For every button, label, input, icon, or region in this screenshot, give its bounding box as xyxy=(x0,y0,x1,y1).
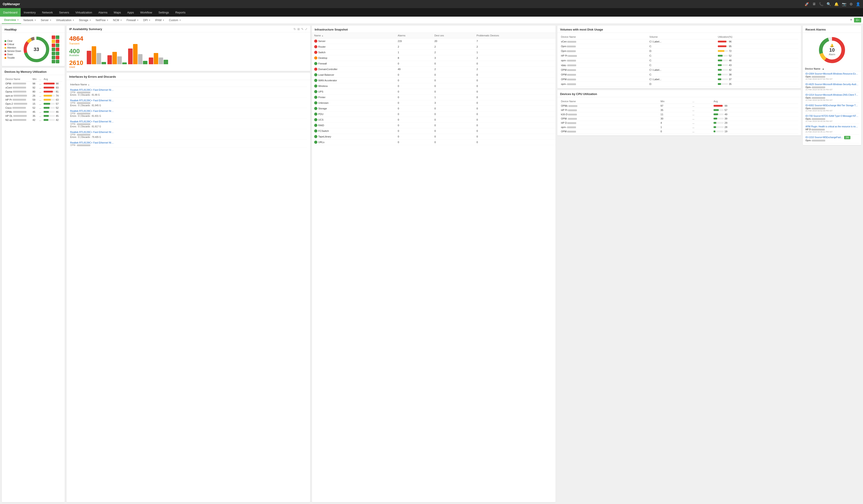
interface-name[interactable]: Realtek RTL8139C+ Fast Ethernet NIC #3-N… xyxy=(70,99,115,102)
alarm-title[interactable]: APM Plugin: Health is critical as the re… xyxy=(805,125,859,128)
interface-name[interactable]: Realtek RTL8139C+ Fast Ethernet NIC #3-W… xyxy=(70,120,115,123)
cpu-table-row[interactable]: HP D 4 ... 29 xyxy=(560,121,798,125)
subnav-dpi[interactable]: DPI ▼ xyxy=(141,17,153,24)
nav-workflow[interactable]: Workflow xyxy=(137,8,155,17)
alarm-item[interactable]: APM Plugin: Health is critical as the re… xyxy=(804,124,860,134)
alarm-item[interactable]: ID=700 Source=NTDS ISAM Type=3 Message=N… xyxy=(804,113,860,124)
infrastructure-table-row[interactable]: FCSwitch 0 0 0 xyxy=(312,128,555,134)
subnav-ipam[interactable]: IPAM ▼ xyxy=(153,17,166,24)
heatmap-cell[interactable] xyxy=(56,48,59,51)
heatmap-cell[interactable] xyxy=(52,43,55,47)
heatmap-cell[interactable] xyxy=(52,36,55,39)
volumes-table-row[interactable]: opm- C: 48 xyxy=(560,58,798,63)
interface-table-row[interactable]: Realtek RTL8139C+ Fast Ethernet NIC #3-N… xyxy=(70,87,307,98)
infrastructure-table-row[interactable]: Load Balancer 0 0 0 xyxy=(312,72,555,78)
alarm-title[interactable]: ID=2004 Source=Microsoft-Windows-Resourc… xyxy=(805,73,859,75)
infrastructure-table-row[interactable]: RAID 0 0 0 xyxy=(312,122,555,128)
memory-table-row[interactable]: HP DL 35 ... 45 xyxy=(4,114,62,118)
nav-dashboard[interactable]: Dashboard xyxy=(0,8,21,17)
memory-table-row[interactable]: OPM- 98 ... 98 xyxy=(4,81,62,86)
subnav-server[interactable]: Server ▼ xyxy=(38,17,54,24)
heatmap-cell[interactable] xyxy=(56,36,59,39)
monitor-icon[interactable]: 🖥 xyxy=(812,2,816,6)
memory-table-row[interactable]: opm-w 26 ... 74 xyxy=(4,94,62,98)
search-icon[interactable]: 🔍 xyxy=(827,2,831,6)
heatmap-cell[interactable] xyxy=(56,43,59,47)
alarm-item[interactable]: ID=4625 Source=Microsoft-Windows-Securit… xyxy=(804,82,860,92)
subnav-storage[interactable]: Storage ▼ xyxy=(77,17,93,24)
alarm-item[interactable]: ID=1014 Source=Microsoft-Windows-DNS-Cli… xyxy=(804,92,860,103)
heatmap-cell[interactable] xyxy=(56,40,59,43)
infrastructure-table-row[interactable]: Switch 1 2 1 xyxy=(312,50,555,55)
memory-table-row[interactable]: Cisco 52 ... 52 xyxy=(4,106,62,110)
infrastructure-table-row[interactable]: TapeLibrary 0 0 0 xyxy=(312,134,555,140)
nav-inventory[interactable]: Inventory xyxy=(21,8,39,17)
alarm-title[interactable]: ID=1010 Source=MSExchangeFast... xyxy=(805,136,843,139)
interface-name[interactable]: Realtek RTL8139C+ Fast Ethernet NIC #4-E… xyxy=(70,141,115,144)
add-widget-button[interactable]: ☰+ xyxy=(854,18,861,23)
infrastructure-table-row[interactable]: Firewall 0 0 0 xyxy=(312,61,555,66)
favorite-icon[interactable]: ★ xyxy=(850,18,853,23)
alarm-title[interactable]: ID=4625 Source=Microsoft-Windows-Securit… xyxy=(805,83,859,86)
heatmap-cell[interactable] xyxy=(56,52,59,55)
heatmap-cell[interactable] xyxy=(52,40,55,43)
cpu-table-row[interactable]: OPM 0 ... 19 xyxy=(560,129,798,134)
volumes-table-row[interactable]: OPM C:\ Label... 42 xyxy=(560,68,798,72)
nav-reports[interactable]: Reports xyxy=(172,8,189,17)
memory-table-row[interactable]: vCent 92 ... 93 xyxy=(4,86,62,90)
camera-icon[interactable]: 📷 xyxy=(842,2,846,6)
memory-table-row[interactable]: Opm-2 15 ... 57 xyxy=(4,102,62,106)
infrastructure-table-row[interactable]: URLs 0 0 0 xyxy=(312,140,555,145)
user-icon[interactable]: 👤 xyxy=(856,2,860,6)
subnav-overview[interactable]: Overview ▼ xyxy=(2,17,21,24)
volumes-table-row[interactable]: vijay- C: 43 xyxy=(560,63,798,68)
interface-table-row[interactable]: Realtek RTL8139C+ Fast Ethernet NIC #3-E… xyxy=(70,130,307,140)
infrastructure-table-row[interactable]: DomainController 49 2 2 xyxy=(312,66,555,72)
interface-table-row[interactable]: Realtek RTL8139C+ Fast Ethernet NIC #3-N… xyxy=(70,98,307,108)
alarm-title[interactable]: ID=1014 Source=Microsoft-Windows-DNS-Cli… xyxy=(805,94,859,96)
infrastructure-table-row[interactable]: UPS 0 0 0 xyxy=(312,89,555,94)
copy-icon[interactable]: ⊞ xyxy=(297,27,300,31)
nav-virtualization[interactable]: Virtualization xyxy=(72,8,95,17)
interface-table-row[interactable]: Realtek RTL8139C+ Fast Ethernet NIC #4-E… xyxy=(70,140,307,148)
subnav-netflow[interactable]: NetFlow ▼ xyxy=(93,17,111,24)
subnav-network[interactable]: Network ▼ xyxy=(21,17,38,24)
infrastructure-table-row[interactable]: Server 215 20 7 xyxy=(312,38,555,44)
heatmap-cell[interactable] xyxy=(52,56,55,59)
memory-table-row[interactable]: Opma 80 ... 81 xyxy=(4,90,62,94)
infrastructure-table-row[interactable]: WAN Accelerator 0 0 0 xyxy=(312,78,555,83)
volumes-table-row[interactable]: Opm C: 95 xyxy=(560,44,798,49)
infrastructure-table-row[interactable]: UCS 0 0 0 xyxy=(312,117,555,122)
infrastructure-table-row[interactable]: PDU 0 0 0 xyxy=(312,112,555,117)
nav-apps[interactable]: Apps xyxy=(124,8,137,17)
nav-maps[interactable]: Maps xyxy=(111,8,124,17)
memory-table-row[interactable]: N2-op 42 ... 42 xyxy=(4,118,62,122)
alarm-item[interactable]: ID=6002 Source=MSExchange Mid-Tier Stora… xyxy=(804,103,860,113)
heatmap-cell[interactable] xyxy=(56,60,59,63)
infrastructure-table-row[interactable]: Unknown 0 3 0 xyxy=(312,100,555,106)
interface-name[interactable]: Realtek RTL8139C+ Fast Ethernet NIC #3-W… xyxy=(70,109,115,112)
infrastructure-table-row[interactable]: Desktop 8 3 2 xyxy=(312,55,555,61)
memory-table-row[interactable]: OPMc 45 ... 46 xyxy=(4,110,62,114)
infrastructure-table-row[interactable]: Wireless 0 0 0 xyxy=(312,83,555,89)
nav-network[interactable]: Network xyxy=(39,8,56,17)
volumes-table-row[interactable]: OPM C: 38 xyxy=(560,72,798,77)
bell-icon[interactable]: 🔔 xyxy=(834,2,839,6)
cpu-table-row[interactable]: OPM- 30 ... 39 xyxy=(560,117,798,121)
subnav-firewall[interactable]: Firewall ▼ xyxy=(124,17,141,24)
infrastructure-table-row[interactable]: Storage 0 0 0 xyxy=(312,106,555,112)
alarm-item[interactable]: ID=2004 Source=Microsoft-Windows-Resourc… xyxy=(804,71,860,82)
volumes-table-row[interactable]: vCen C:\ Label... 96 xyxy=(560,39,798,44)
volumes-table-row[interactable]: HP Pr C: 52 xyxy=(560,53,798,58)
heatmap-cell[interactable] xyxy=(52,60,55,63)
volumes-table-row[interactable]: Opm D: 72 xyxy=(560,49,798,53)
settings-icon[interactable]: ⚙ xyxy=(850,2,853,6)
nav-servers[interactable]: Servers xyxy=(56,8,72,17)
nav-alarms[interactable]: Alarms xyxy=(95,8,111,17)
subnav-ncm[interactable]: NCM ▼ xyxy=(111,17,124,24)
infrastructure-table-row[interactable]: Router 2 2 2 xyxy=(312,44,555,50)
volumes-table-row[interactable]: opm- D: 35 xyxy=(560,82,798,87)
heatmap-cell[interactable] xyxy=(52,52,55,55)
rocket-icon[interactable]: 🚀 xyxy=(804,2,809,6)
nav-settings[interactable]: Settings xyxy=(155,8,172,17)
